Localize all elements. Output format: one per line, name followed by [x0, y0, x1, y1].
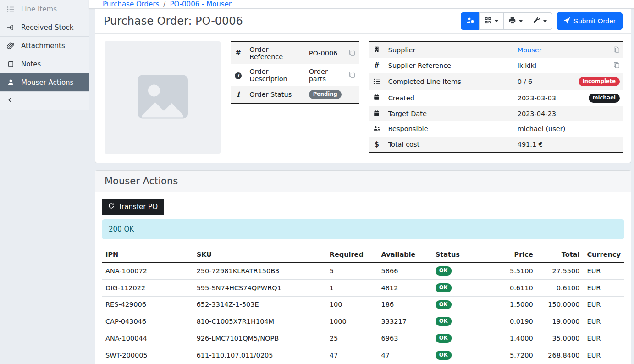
status-badge: Pending — [309, 90, 342, 99]
qrcode-icon — [485, 17, 491, 25]
copy-icon[interactable] — [349, 72, 355, 78]
detail-value: 491.1 € — [514, 137, 575, 153]
cell-total: 27.5500 — [537, 262, 584, 279]
info-circle-icon: i — [235, 72, 242, 79]
detail-row-responsible: Responsible michael (user) — [369, 121, 623, 137]
cell-sku: 250-72981KLRATR150B3 — [193, 262, 326, 279]
sidebar-item-received-stock[interactable]: Received Stock — [0, 18, 89, 37]
paperclip-icon — [6, 42, 15, 50]
col-header-total[interactable]: Total — [537, 247, 584, 262]
detail-row-order-reference: # Order Reference PO-0006 — [231, 42, 359, 64]
col-header-available[interactable]: Available — [378, 247, 432, 262]
order-details-table-right: Supplier Mouser # Supplier Reference lkl… — [369, 41, 623, 153]
sidebar-item-line-items[interactable]: Line Items — [0, 0, 89, 18]
sidebar-item-mouser-actions[interactable]: Mouser Actions — [0, 73, 89, 92]
cell-required: 25 — [326, 330, 378, 347]
cell-sku: 810-C1005X7R1H104M — [193, 313, 326, 330]
copy-icon[interactable] — [349, 50, 355, 56]
actions-dropdown-button[interactable] — [528, 12, 552, 30]
chevron-left-icon — [7, 97, 14, 105]
detail-label: Order Reference — [246, 42, 305, 64]
col-header-price[interactable]: Price — [480, 247, 537, 262]
dollar-icon: $ — [374, 140, 379, 149]
tools-icon — [533, 17, 540, 25]
order-details: # Order Reference PO-0006 i Order Descri… — [95, 34, 631, 163]
detail-value: 2023-04-23 — [514, 106, 575, 121]
building-icon — [374, 47, 380, 54]
cell-required: 5 — [326, 262, 378, 279]
detail-label: Target Date — [385, 106, 514, 121]
caret-down-icon — [495, 20, 498, 22]
detail-row-target-date: Target Date 2023-04-23 — [369, 106, 623, 121]
order-card: Purchase Order: PO-0006 — [95, 9, 631, 163]
detail-value: Order parts — [305, 64, 345, 86]
col-header-sku[interactable]: SKU — [193, 247, 326, 262]
copy-icon[interactable] — [613, 46, 620, 53]
col-header-ipn[interactable]: IPN — [102, 247, 193, 262]
admin-user-button[interactable] — [461, 12, 480, 30]
detail-row-order-status: i Order Status Pending — [231, 86, 359, 103]
detail-row-completed-line-items: Completed Line Items 0 / 6 Incomplete — [369, 73, 623, 90]
ok-badge: OK — [436, 317, 452, 326]
caret-down-icon — [519, 20, 523, 22]
ok-badge: OK — [436, 334, 452, 343]
col-header-currency[interactable]: Currency — [583, 247, 624, 262]
panel-body: Transfer PO 200 OK IPN SKU Required Avai… — [95, 192, 631, 364]
sidebar-collapse-button[interactable] — [0, 92, 89, 110]
alert-message: 200 OK — [102, 219, 624, 239]
detail-value: 0 / 6 — [514, 73, 575, 90]
cell-available: 6963 — [378, 330, 432, 347]
cell-ipn: RES-429006 — [102, 296, 193, 313]
detail-value: lklklkl — [514, 58, 575, 73]
detail-row-supplier-reference: # Supplier Reference lklklkl — [369, 58, 623, 73]
col-header-required[interactable]: Required — [326, 247, 378, 262]
sidebar-item-label: Attachments — [21, 42, 65, 50]
cell-ipn: ANA-100044 — [102, 330, 193, 347]
cell-ipn: ANA-100072 — [102, 262, 193, 279]
cell-price: 1.5000 — [480, 296, 537, 313]
cell-total: 268.8400 — [537, 347, 584, 364]
cell-total: 150.0000 — [537, 296, 584, 313]
cell-sku: 595-SN74HCS74QPWRQ1 — [193, 279, 326, 296]
col-header-status[interactable]: Status — [432, 247, 480, 262]
sidebar-item-attachments[interactable]: Attachments — [0, 37, 89, 55]
sidebar-item-notes[interactable]: Notes — [0, 55, 89, 73]
barcode-dropdown-button[interactable] — [479, 12, 504, 30]
breadcrumb: Purchase Orders / PO-0006 - Mouser — [89, 0, 634, 9]
copy-icon[interactable] — [613, 62, 620, 68]
cell-total: 19.0000 — [537, 313, 584, 330]
detail-label: Responsible — [385, 121, 514, 137]
ok-badge: OK — [436, 283, 452, 292]
breadcrumb-link-po-0006[interactable]: PO-0006 - Mouser — [170, 0, 232, 8]
sidebar-item-label: Mouser Actions — [21, 78, 73, 87]
detail-row-order-description: i Order Description Order parts — [231, 64, 359, 86]
ok-badge: OK — [436, 266, 452, 276]
refresh-icon — [108, 203, 115, 211]
sidebar-item-label: Line Items — [21, 5, 57, 13]
cell-required: 1 — [326, 279, 378, 296]
clipboard-icon — [6, 61, 15, 67]
user-shield-icon — [466, 17, 474, 25]
users-icon — [373, 126, 380, 133]
supplier-link[interactable]: Mouser — [518, 46, 542, 54]
submit-order-button[interactable]: Submit Order — [557, 12, 623, 30]
cell-total: 0.6100 — [537, 279, 584, 296]
cell-available: 5866 — [378, 262, 432, 279]
detail-value: 2023-03-03 — [514, 90, 575, 106]
order-details-table-left: # Order Reference PO-0006 i Order Descri… — [231, 41, 359, 104]
calendar-icon — [374, 94, 380, 102]
table-row: RES-429006 652-3314Z-1-503E 100 186 OK 1… — [102, 296, 624, 313]
detail-label: Total cost — [385, 137, 514, 153]
detail-row-supplier: Supplier Mouser — [369, 42, 623, 58]
cell-price: 0.0190 — [480, 313, 537, 330]
panel-title: Mouser Actions — [95, 171, 631, 192]
print-dropdown-button[interactable] — [503, 12, 528, 30]
detail-row-total-cost: $ Total cost 491.1 € — [369, 137, 623, 153]
part-image-placeholder[interactable] — [105, 41, 221, 154]
breadcrumb-link-purchase-orders[interactable]: Purchase Orders — [103, 0, 159, 8]
cell-price: 1.4000 — [480, 330, 537, 347]
transfer-po-button[interactable]: Transfer PO — [102, 199, 164, 215]
cell-total: 35.0000 — [537, 330, 584, 347]
mouser-actions-panel: Mouser Actions Transfer PO 200 OK IPN SK… — [95, 170, 631, 364]
image-placeholder-icon — [135, 72, 190, 122]
